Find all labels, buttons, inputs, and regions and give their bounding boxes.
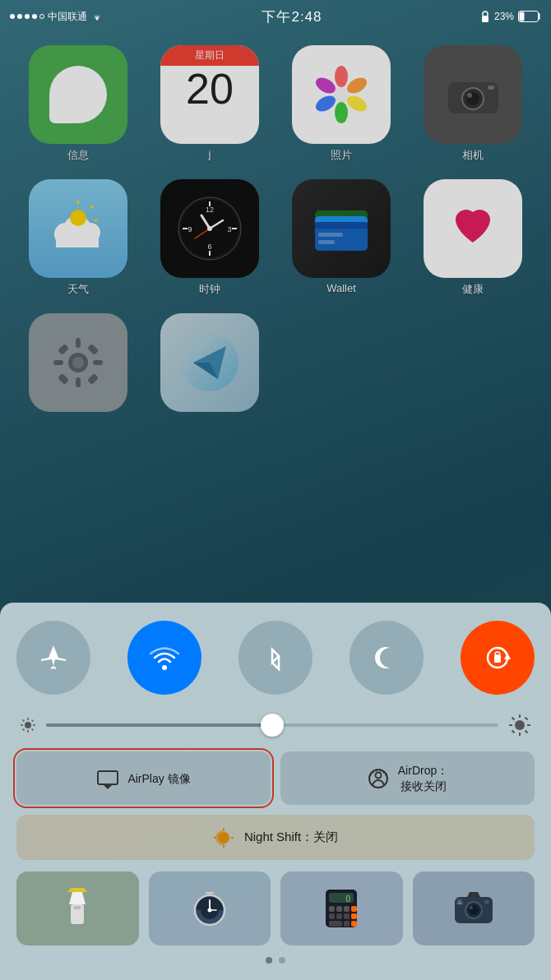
battery-icon xyxy=(518,11,541,23)
svg-rect-2 xyxy=(520,12,525,21)
airdrop-icon xyxy=(367,767,390,790)
battery-label: 23% xyxy=(494,11,514,22)
toggle-bluetooth[interactable] xyxy=(238,621,313,695)
status-time: 下午2:48 xyxy=(262,7,322,26)
svg-rect-112 xyxy=(329,921,342,927)
svg-point-72 xyxy=(515,720,525,730)
svg-rect-92 xyxy=(74,906,81,909)
camera2-icon-btn[interactable] xyxy=(413,871,535,945)
svg-line-69 xyxy=(32,729,34,731)
svg-line-78 xyxy=(526,731,528,733)
page-dot-1[interactable] xyxy=(266,957,272,964)
flashlight-icon-btn[interactable] xyxy=(16,871,139,945)
svg-rect-113 xyxy=(344,921,350,927)
toggle-moon[interactable] xyxy=(350,621,424,695)
carrier-label: 中国联通 xyxy=(48,10,87,24)
brightness-slider[interactable] xyxy=(46,723,498,727)
svg-point-84 xyxy=(375,772,381,778)
status-bar: 中国联通 下午2:48 23% xyxy=(0,0,551,33)
toggle-rotation[interactable] xyxy=(461,621,535,695)
svg-line-68 xyxy=(23,720,25,722)
slider-thumb[interactable] xyxy=(261,714,284,737)
svg-rect-0 xyxy=(482,16,488,22)
svg-marker-60 xyxy=(504,653,511,659)
calculator-icon-btn[interactable]: 0 xyxy=(280,871,403,945)
svg-marker-82 xyxy=(103,784,113,789)
svg-point-98 xyxy=(207,908,211,913)
svg-rect-109 xyxy=(336,913,342,919)
svg-rect-108 xyxy=(329,913,335,919)
svg-line-70 xyxy=(32,720,34,722)
svg-point-63 xyxy=(25,722,31,728)
slider-fill xyxy=(46,723,272,727)
signal-dots xyxy=(10,14,44,19)
svg-point-118 xyxy=(470,906,473,909)
nightshift-button[interactable]: Night Shift：关闭 xyxy=(16,815,535,860)
toggle-airplane[interactable] xyxy=(16,621,90,695)
svg-line-71 xyxy=(23,729,25,731)
timer-icon-btn[interactable] xyxy=(149,871,271,945)
svg-line-79 xyxy=(526,718,528,720)
svg-line-80 xyxy=(512,731,515,733)
control-center: AirPlay 镜像 AirDrop： 接收关闭 xyxy=(0,603,551,980)
svg-rect-81 xyxy=(98,771,118,784)
airplay-icon xyxy=(96,768,119,789)
status-right: 23% xyxy=(480,11,541,23)
nightshift-label: Night Shift：关闭 xyxy=(244,830,338,845)
brightness-low-icon xyxy=(20,716,36,733)
signal-dot-5 xyxy=(39,14,44,19)
brightness-row xyxy=(16,713,535,737)
airdrop-button[interactable]: AirDrop： 接收关闭 xyxy=(280,751,535,804)
page-dots xyxy=(16,957,535,964)
signal-dot-3 xyxy=(25,14,30,19)
svg-rect-62 xyxy=(494,657,501,663)
svg-line-77 xyxy=(512,718,515,720)
svg-rect-111 xyxy=(351,913,357,919)
svg-point-58 xyxy=(162,665,167,670)
svg-rect-110 xyxy=(344,913,350,919)
nightshift-row: Night Shift：关闭 xyxy=(16,815,535,860)
svg-text:0: 0 xyxy=(346,894,351,904)
svg-rect-105 xyxy=(336,906,342,912)
toggles-row xyxy=(16,621,535,695)
svg-marker-93 xyxy=(67,888,87,892)
nightshift-icon xyxy=(213,826,234,848)
toggle-wifi[interactable] xyxy=(127,621,201,695)
status-left: 中国联通 xyxy=(10,10,104,24)
svg-rect-114 xyxy=(351,921,357,927)
svg-rect-104 xyxy=(329,906,335,912)
svg-marker-90 xyxy=(69,892,86,904)
wifi-icon xyxy=(90,11,104,23)
svg-rect-107 xyxy=(351,906,357,912)
signal-dot-2 xyxy=(17,14,22,19)
svg-rect-119 xyxy=(484,900,489,904)
quick-icons-row: 0 xyxy=(16,871,535,945)
airplay-label: AirPlay 镜像 xyxy=(127,771,190,786)
buttons-row: AirPlay 镜像 AirDrop： 接收关闭 xyxy=(16,751,535,804)
airdrop-label: AirDrop： 接收关闭 xyxy=(398,763,448,793)
lock-icon xyxy=(480,11,490,23)
signal-dot-1 xyxy=(10,14,15,19)
signal-dot-4 xyxy=(32,14,37,19)
svg-rect-106 xyxy=(344,906,350,912)
airplay-button[interactable]: AirPlay 镜像 xyxy=(16,751,271,804)
page-dot-2[interactable] xyxy=(279,957,285,964)
brightness-high-icon xyxy=(508,713,531,737)
